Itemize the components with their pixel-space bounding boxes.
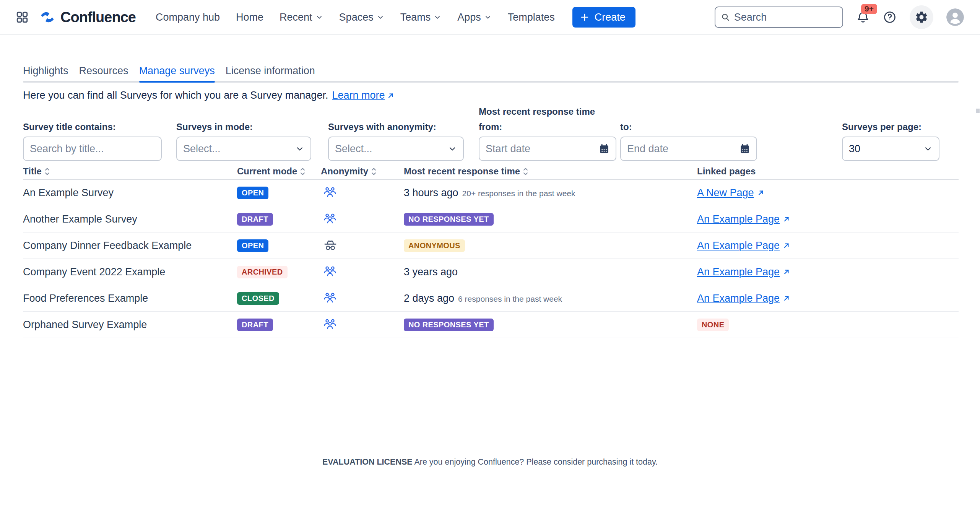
chevron-down-icon bbox=[315, 13, 323, 21]
external-link-icon bbox=[782, 215, 791, 223]
tab-highlights[interactable]: Highlights bbox=[23, 63, 68, 80]
mode-select[interactable]: Select... bbox=[176, 137, 311, 161]
column-header-most-recent-response-time[interactable]: Most recent response time bbox=[404, 166, 697, 177]
mode-badge: DRAFT bbox=[237, 319, 273, 331]
chevron-down-icon bbox=[923, 144, 933, 153]
external-link-icon bbox=[757, 189, 765, 197]
help-button[interactable] bbox=[883, 10, 897, 24]
tab-manage-surveys[interactable]: Manage surveys bbox=[139, 63, 215, 80]
table-body: An Example SurveyOPEN3 hours ago20+ resp… bbox=[23, 180, 959, 338]
column-header-current-mode[interactable]: Current mode bbox=[237, 166, 321, 177]
learn-more-link[interactable]: Learn more bbox=[332, 89, 395, 101]
filter-to-label: to: bbox=[620, 122, 757, 132]
user-avatar[interactable] bbox=[946, 8, 964, 26]
surveys-table: TitleCurrent modeAnonymityMost recent re… bbox=[23, 164, 959, 338]
table-row: Orphaned Survey ExampleDRAFTNO RESPONSES… bbox=[23, 312, 959, 338]
linked-page-label: An Example Page bbox=[697, 240, 780, 252]
confluence-logo[interactable]: Confluence bbox=[39, 9, 136, 26]
anonymity-cell bbox=[321, 291, 404, 305]
nav-item-label: Company hub bbox=[156, 11, 220, 23]
search-input[interactable] bbox=[734, 11, 837, 23]
search-icon bbox=[721, 12, 730, 23]
create-button[interactable]: Create bbox=[572, 7, 635, 28]
tab-resources[interactable]: Resources bbox=[79, 63, 128, 80]
start-date-input[interactable] bbox=[486, 143, 595, 155]
linked-page-link[interactable]: An Example Page bbox=[697, 293, 791, 304]
chevron-down-icon bbox=[295, 144, 304, 153]
nav-item-label: Templates bbox=[508, 11, 555, 23]
linked-page-link[interactable]: An Example Page bbox=[697, 213, 791, 225]
survey-title: Orphaned Survey Example bbox=[23, 319, 237, 331]
linked-pages-cell: An Example Page bbox=[697, 213, 959, 225]
primary-navigation: Company hubHomeRecentSpacesTeamsAppsTemp… bbox=[156, 11, 555, 23]
linked-page-link[interactable]: A New Page bbox=[697, 187, 765, 199]
app-switcher-button[interactable] bbox=[15, 10, 29, 24]
response-time-cell: NO RESPONSES YET bbox=[404, 319, 697, 331]
people-icon bbox=[323, 291, 337, 305]
nav-item-teams[interactable]: Teams bbox=[400, 11, 442, 23]
tab-license-information[interactable]: License information bbox=[226, 63, 315, 80]
settings-button[interactable] bbox=[910, 5, 933, 29]
start-date-field[interactable] bbox=[479, 137, 616, 161]
linked-page-link[interactable]: An Example Page bbox=[697, 240, 791, 252]
column-header-anonymity[interactable]: Anonymity bbox=[321, 166, 404, 177]
survey-title: An Example Survey bbox=[23, 187, 237, 199]
top-navigation-bar: Confluence Company hubHomeRecentSpacesTe… bbox=[0, 0, 980, 35]
nav-item-company-hub[interactable]: Company hub bbox=[156, 11, 220, 23]
response-time-group-label: Most recent response time bbox=[479, 106, 595, 117]
calendar-icon bbox=[739, 143, 750, 155]
incognito-icon bbox=[323, 238, 338, 253]
anonymity-select-value: Select... bbox=[335, 143, 444, 155]
current-mode-cell: ARCHIVED bbox=[237, 266, 321, 278]
title-search-input[interactable] bbox=[30, 143, 155, 155]
table-row: Food Preferences ExampleCLOSED2 days ago… bbox=[23, 285, 959, 312]
confluence-mark-icon bbox=[39, 9, 56, 25]
scrollbar-remnant bbox=[976, 109, 980, 113]
end-date-field[interactable] bbox=[620, 137, 757, 161]
response-time-cell: ANONYMOUS bbox=[404, 239, 697, 252]
filter-mode: Surveys in mode: Select... bbox=[176, 122, 311, 161]
sort-icon bbox=[300, 167, 306, 176]
nav-item-spaces[interactable]: Spaces bbox=[339, 11, 384, 23]
mode-badge: OPEN bbox=[237, 187, 268, 199]
section-tabs: HighlightsResourcesManage surveysLicense… bbox=[23, 63, 315, 80]
response-badge: NO RESPONSES YET bbox=[404, 319, 494, 331]
license-footer-bold: EVALUATION LICENSE bbox=[322, 457, 413, 467]
anonymity-select[interactable]: Select... bbox=[328, 137, 464, 161]
question-icon bbox=[883, 10, 897, 24]
current-mode-cell: DRAFT bbox=[237, 213, 321, 226]
response-time-sub: 20+ responses in the past week bbox=[462, 189, 575, 198]
response-time-cell: 3 hours ago20+ responses in the past wee… bbox=[404, 187, 697, 199]
nav-item-apps[interactable]: Apps bbox=[457, 11, 492, 23]
column-header-label: Anonymity bbox=[321, 166, 368, 177]
people-icon bbox=[323, 212, 337, 226]
nav-item-templates[interactable]: Templates bbox=[508, 11, 555, 23]
response-time-main: 2 days ago bbox=[404, 293, 454, 304]
current-mode-cell: OPEN bbox=[237, 239, 321, 252]
end-date-input[interactable] bbox=[627, 143, 736, 155]
per-page-select[interactable]: 30 bbox=[842, 137, 939, 161]
chevron-down-icon bbox=[484, 13, 492, 21]
people-icon bbox=[323, 186, 337, 200]
external-link-icon bbox=[782, 268, 791, 276]
nav-item-home[interactable]: Home bbox=[236, 11, 263, 23]
intro-text: Here you can find all Surveys for which … bbox=[23, 89, 395, 101]
response-time-sub: 6 responses in the past week bbox=[458, 294, 562, 304]
column-header-title[interactable]: Title bbox=[23, 166, 237, 177]
nav-item-label: Teams bbox=[400, 11, 431, 23]
chevron-down-icon bbox=[377, 13, 384, 21]
table-row: Company Dinner Feedback ExampleOPENANONY… bbox=[23, 232, 959, 259]
notifications-button[interactable]: 9+ bbox=[856, 10, 870, 24]
filter-title: Survey title contains: bbox=[23, 122, 162, 161]
filter-anonymity: Surveys with anonymity: Select... bbox=[328, 122, 464, 161]
nav-item-recent[interactable]: Recent bbox=[280, 11, 323, 23]
survey-title: Food Preferences Example bbox=[23, 293, 237, 304]
notification-count-badge: 9+ bbox=[861, 4, 877, 14]
external-link-icon bbox=[782, 241, 791, 250]
chevron-down-icon bbox=[448, 144, 457, 153]
people-icon bbox=[323, 318, 337, 332]
linked-page-link[interactable]: An Example Page bbox=[697, 266, 791, 278]
linked-page-label: An Example Page bbox=[697, 213, 780, 225]
filter-from-label: from: bbox=[479, 122, 616, 132]
response-time-cell: NO RESPONSES YET bbox=[404, 213, 697, 226]
